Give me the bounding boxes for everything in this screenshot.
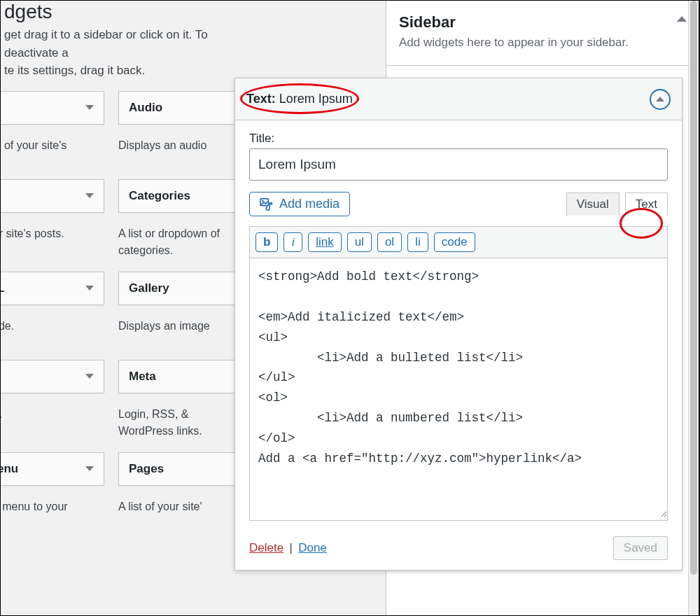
- page-title: dgets: [4, 1, 239, 23]
- widget-desc: Login, RSS, & WordPress links.: [118, 406, 237, 440]
- widget-tile[interactable]: Categories: [118, 179, 237, 213]
- toolbar-italic[interactable]: i: [284, 232, 302, 252]
- scrollbar[interactable]: [688, 1, 699, 615]
- text-widget-editor: Text: Lorem Ipsum Title: Add media: [234, 78, 682, 570]
- widget-tile[interactable]: [0, 360, 104, 393]
- widget-title: Audio: [129, 101, 162, 115]
- widget-name: Lorem Ipsum: [279, 92, 353, 106]
- separator: |: [290, 542, 296, 554]
- widget-desc: A list of your site': [118, 498, 237, 528]
- widget-desc: our site's posts.: [0, 225, 104, 259]
- page-description: get drag it to a sidebar or click on it.…: [4, 26, 239, 80]
- text-toolbar: b i link ul ol li code: [250, 227, 667, 258]
- widget-tile[interactable]: [0, 91, 104, 125]
- collapse-button[interactable]: [650, 89, 671, 110]
- widget-type-label: Text:: [246, 92, 276, 106]
- tab-visual[interactable]: Visual: [566, 192, 620, 216]
- widget-desc: Displays an audio: [118, 137, 237, 167]
- widget-tile[interactable]: [0, 179, 104, 213]
- saved-button: Saved: [613, 536, 668, 560]
- widget-desc: on menu to your: [0, 498, 104, 528]
- title-input[interactable]: [249, 148, 668, 181]
- toolbar-bold[interactable]: b: [255, 232, 278, 252]
- delete-link[interactable]: Delete: [249, 541, 284, 554]
- chevron-down-icon: [85, 105, 94, 110]
- available-widgets-panel: dgets get drag it to a sidebar or click …: [1, 1, 239, 540]
- toolbar-li[interactable]: li: [407, 232, 428, 252]
- title-label: Title:: [249, 132, 668, 146]
- widget-title: Gallery: [129, 281, 169, 295]
- add-media-button[interactable]: Add media: [249, 192, 350, 216]
- widget-tile[interactable]: L: [0, 272, 104, 305]
- widget-tile[interactable]: Pages: [118, 452, 237, 486]
- done-link[interactable]: Done: [298, 541, 327, 554]
- chevron-up-icon: [656, 97, 664, 102]
- svg-point-1: [262, 200, 264, 202]
- chevron-down-icon: [85, 286, 94, 290]
- widget-desc: ge.: [0, 406, 104, 440]
- widget-tile[interactable]: Audio: [118, 91, 237, 125]
- toolbar-link[interactable]: link: [308, 232, 342, 252]
- tab-text[interactable]: Text: [625, 192, 668, 216]
- widget-desc: ive of your site's: [0, 137, 104, 167]
- toolbar-ul[interactable]: ul: [347, 232, 372, 252]
- media-icon: [260, 198, 274, 211]
- editor-area: b i link ul ol li code: [249, 226, 668, 521]
- widget-desc: A list or dropdown of categories.: [118, 225, 237, 259]
- sidebar-desc: Add widgets here to appear in your sideb…: [399, 36, 629, 50]
- widget-desc: Displays an image: [118, 318, 237, 347]
- widget-title: enu: [0, 462, 18, 476]
- content-textarea[interactable]: [250, 258, 667, 517]
- sidebar-title: Sidebar: [399, 13, 629, 31]
- chevron-down-icon: [85, 374, 94, 379]
- chevron-down-icon: [85, 193, 94, 198]
- widget-title: Meta: [129, 370, 156, 384]
- widget-tile[interactable]: enu: [0, 452, 104, 486]
- toolbar-ol[interactable]: ol: [377, 232, 402, 252]
- widget-tile[interactable]: Gallery: [118, 272, 237, 305]
- chevron-down-icon: [85, 466, 94, 471]
- widget-header[interactable]: Text: Lorem Ipsum: [235, 78, 682, 120]
- toolbar-code[interactable]: code: [434, 232, 475, 252]
- widget-desc: code.: [0, 318, 104, 347]
- widget-title: Categories: [129, 189, 190, 203]
- widget-title: L: [0, 281, 4, 295]
- widget-title: Pages: [129, 462, 164, 476]
- chevron-up-icon[interactable]: [677, 16, 687, 22]
- widget-tile[interactable]: Meta: [118, 360, 237, 393]
- add-media-label: Add media: [279, 197, 340, 211]
